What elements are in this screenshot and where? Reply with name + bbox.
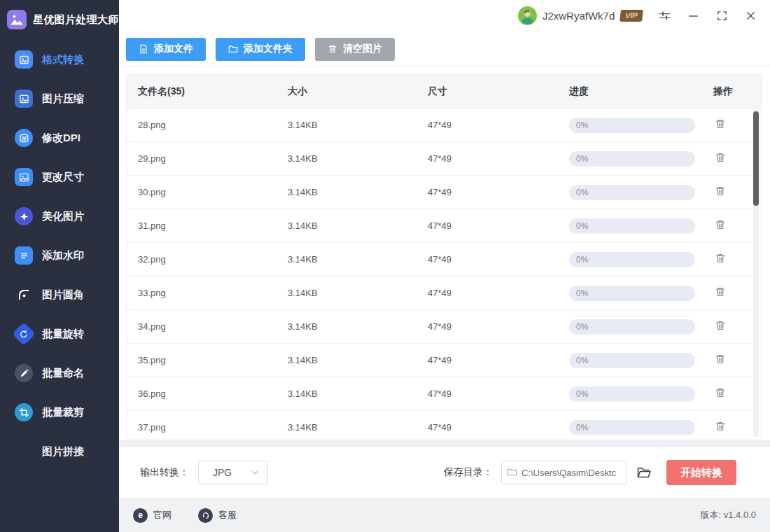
window-controls: [658, 10, 757, 22]
start-convert-button[interactable]: 开始转换: [666, 460, 736, 485]
sidebar-item-batch-crop[interactable]: 批量裁剪: [0, 393, 119, 432]
delete-row-icon[interactable]: [715, 421, 726, 432]
column-header-4: 操作: [713, 85, 761, 98]
table-row: 31.png3.14KB47*490%: [127, 209, 761, 243]
settings-sliders-icon[interactable]: [658, 10, 671, 22]
footer-link-website[interactable]: e官网: [133, 508, 172, 523]
toolbar-button-label: 添加文件: [154, 43, 193, 55]
scrollbar-thumb[interactable]: [753, 111, 759, 206]
file-name: 35.png: [138, 355, 288, 365]
table-header: 文件名(35)大小尺寸进度操作: [127, 75, 761, 108]
toolbar-button-label: 添加文件夹: [244, 43, 293, 55]
file-size: 3.14KB: [288, 187, 428, 197]
sidebar-item-format-convert[interactable]: 格式转换: [0, 40, 119, 79]
table-row: 29.png3.14KB47*490%: [127, 142, 761, 176]
sidebar-item-label: 批量命名: [42, 367, 84, 380]
beautify-icon: [15, 207, 33, 225]
column-header-1: 大小: [288, 85, 428, 98]
toolbar: 添加文件添加文件夹清空图片: [119, 31, 770, 67]
file-dimensions: 47*49: [428, 153, 569, 164]
column-header-0: 文件名(35): [138, 85, 288, 98]
save-path-field-wrap: [501, 461, 627, 484]
progress-bar: 0%: [569, 252, 695, 267]
file-dimensions: 47*49: [428, 321, 569, 332]
sidebar-item-image-compress[interactable]: 图片压缩: [0, 79, 119, 118]
delete-row-icon[interactable]: [715, 219, 726, 230]
sidebar-item-image-stitch[interactable]: 图片拼接: [0, 432, 119, 471]
footer-link-support[interactable]: 客服: [198, 508, 237, 523]
watermark-icon: [15, 246, 33, 265]
add-file-button[interactable]: 添加文件: [126, 38, 206, 61]
round-corner-icon: [15, 286, 33, 304]
file-dimensions: 47*49: [428, 254, 569, 265]
progress-bar: 0%: [569, 185, 695, 200]
column-header-2: 尺寸: [428, 85, 569, 98]
file-size: 3.14KB: [288, 254, 428, 265]
sidebar-item-label: 图片拼接: [42, 445, 84, 458]
table-body: 28.png3.14KB47*490%29.png3.14KB47*490%30…: [127, 108, 761, 440]
sidebar-item-resize[interactable]: 更改尺寸: [0, 158, 119, 197]
sidebar-item-round-corner[interactable]: 图片圆角: [0, 275, 119, 314]
progress-bar: 0%: [569, 218, 695, 234]
batch-crop-icon: [15, 403, 33, 421]
user-account[interactable]: J2xwRyafWk7d VIP: [518, 6, 643, 25]
add-folder-button[interactable]: 添加文件夹: [216, 38, 305, 61]
table-row: 34.png3.14KB47*490%: [127, 310, 761, 344]
file-dimensions: 47*49: [428, 388, 569, 399]
footer-link-label: 客服: [218, 509, 237, 522]
delete-row-icon[interactable]: [715, 286, 726, 298]
sidebar-item-batch-rename[interactable]: 批量命名: [0, 354, 119, 393]
file-name: 31.png: [138, 220, 288, 231]
file-dimensions: 47*49: [428, 187, 569, 197]
file-name: 33.png: [138, 288, 288, 298]
delete-row-icon[interactable]: [715, 152, 726, 163]
file-name: 37.png: [138, 422, 288, 433]
sidebar-item-watermark[interactable]: 添加水印: [0, 236, 119, 275]
table-row: 32.png3.14KB47*490%: [127, 243, 761, 276]
delete-row-icon[interactable]: [715, 320, 726, 331]
output-format-select[interactable]: JPG: [198, 461, 268, 484]
file-name: 34.png: [138, 321, 288, 332]
table-row: 28.png3.14KB47*490%: [127, 108, 761, 142]
file-size: 3.14KB: [288, 288, 428, 298]
footer-link-label: 官网: [153, 509, 172, 522]
delete-row-icon[interactable]: [715, 118, 726, 130]
progress-bar: 0%: [569, 420, 695, 435]
image-compress-icon: [15, 90, 33, 108]
file-name: 32.png: [138, 254, 288, 265]
sidebar-item-modify-dpi[interactable]: 修改DPI: [0, 118, 119, 158]
file-size: 3.14KB: [288, 422, 428, 433]
puzzle-icon: [15, 442, 33, 461]
progress-bar: 0%: [569, 151, 695, 167]
sidebar-item-label: 图片圆角: [42, 288, 84, 302]
delete-row-icon[interactable]: [715, 354, 726, 365]
scrollbar-track[interactable]: [753, 110, 759, 437]
table-row: 35.png3.14KB47*490%: [127, 344, 761, 377]
table-row: 30.png3.14KB47*490%: [127, 176, 761, 209]
sidebar-item-label: 更改尺寸: [42, 171, 84, 184]
titlebar: J2xwRyafWk7d VIP: [119, 0, 770, 31]
main-area: J2xwRyafWk7d VIP: [119, 0, 770, 532]
delete-row-icon[interactable]: [715, 387, 726, 398]
clear-images-button[interactable]: 清空图片: [315, 38, 395, 61]
version-label: 版本: v1.4.0.0: [701, 509, 756, 522]
sidebar-item-label: 修改DPI: [42, 132, 80, 145]
maximize-icon[interactable]: [715, 10, 728, 22]
chevron-down-icon: [251, 468, 259, 477]
file-size: 3.14KB: [288, 153, 428, 164]
progress-bar: 0%: [569, 286, 695, 301]
delete-row-icon[interactable]: [715, 253, 726, 264]
sidebar-item-beautify[interactable]: 美化图片: [0, 197, 119, 236]
minimize-icon[interactable]: [687, 10, 699, 22]
bottom-bar: 输出转换： JPG 保存目录： 开始转换: [119, 447, 770, 498]
file-icon: [139, 44, 148, 54]
support-icon: [198, 508, 213, 523]
file-table: 文件名(35)大小尺寸进度操作 28.png3.14KB47*490%29.pn…: [126, 74, 762, 440]
sidebar-item-batch-rotate[interactable]: 批量旋转: [0, 314, 119, 354]
browse-folder-button[interactable]: [636, 464, 652, 481]
avatar[interactable]: [518, 6, 537, 25]
close-icon[interactable]: [744, 10, 757, 22]
vip-badge: VIP: [620, 10, 643, 22]
save-path-input[interactable]: [501, 461, 627, 484]
delete-row-icon[interactable]: [715, 186, 726, 197]
